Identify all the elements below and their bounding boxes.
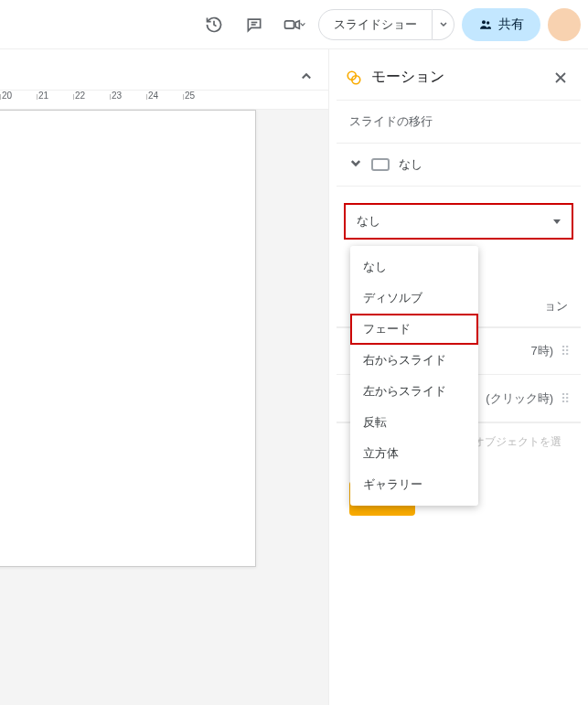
ruler-tick: 24 — [146, 91, 183, 109]
canvas-area: 20 21 22 23 24 25 — [0, 49, 329, 705]
main-area: 20 21 22 23 24 25 モーション スライドの移行 なし — [0, 49, 588, 705]
dropdown-item[interactable]: 左からスライド — [350, 376, 478, 407]
slideshow-dropdown-button[interactable] — [433, 9, 454, 40]
history-icon[interactable] — [198, 8, 230, 41]
dropdown-item[interactable]: 立方体 — [350, 438, 478, 469]
chevron-down-icon — [349, 157, 362, 173]
comment-icon[interactable] — [238, 8, 271, 41]
avatar[interactable] — [548, 8, 581, 41]
share-button[interactable]: 共有 — [462, 8, 540, 41]
motion-icon — [346, 69, 362, 86]
slide-icon — [371, 158, 390, 171]
dropdown-item[interactable]: 反転 — [350, 407, 478, 438]
current-transition-label: なし — [399, 156, 422, 173]
ruler-tick: 22 — [73, 91, 110, 109]
share-label: 共有 — [498, 16, 524, 33]
dropdown-item[interactable]: 右からスライド — [350, 345, 478, 376]
current-transition-row[interactable]: なし — [337, 143, 581, 187]
transition-section-label: スライドの移行 — [337, 100, 581, 143]
svg-point-5 — [486, 21, 489, 24]
ruler-tick: 21 — [37, 91, 73, 109]
panel-title: モーション — [371, 68, 542, 87]
transition-dropdown: なし ディソルブ フェード 右からスライド 左からスライド 反転 立方体 ギャラ… — [350, 246, 478, 506]
motion-panel: モーション スライドの移行 なし 1 なし 2 ョン 7時) ⠿ — [329, 49, 588, 705]
drag-grip-icon[interactable]: ⠿ — [561, 391, 568, 406]
dropdown-item[interactable]: ディソルブ — [350, 283, 478, 314]
dropdown-item[interactable]: なし — [350, 251, 478, 283]
ruler-tick: 23 — [110, 91, 146, 109]
animation-row-text: ョン — [544, 298, 568, 315]
dropdown-item[interactable]: ギャラリー — [350, 469, 478, 500]
video-icon[interactable] — [278, 8, 311, 41]
slideshow-button[interactable]: スライドショー — [318, 9, 433, 40]
transition-select[interactable]: なし — [344, 203, 573, 240]
ruler-tick: 20 — [0, 91, 37, 109]
horizontal-ruler: 20 21 22 23 24 25 — [0, 90, 328, 110]
dropdown-item[interactable]: フェード — [350, 314, 478, 345]
dropdown-caret-icon — [553, 219, 561, 224]
people-icon — [478, 17, 493, 32]
top-toolbar: スライドショー 共有 — [0, 0, 588, 49]
slide-canvas[interactable] — [0, 110, 256, 567]
slideshow-split-button: スライドショー — [318, 9, 454, 40]
drag-grip-icon[interactable]: ⠿ — [561, 344, 568, 358]
slideshow-label: スライドショー — [334, 16, 417, 33]
svg-point-4 — [482, 20, 486, 24]
collapse-panel-button[interactable] — [295, 66, 317, 88]
panel-header: モーション — [337, 60, 581, 100]
animation-row-text: (クリック時) — [486, 390, 553, 407]
transition-select-value: なし — [357, 213, 380, 230]
close-icon[interactable] — [551, 69, 570, 87]
svg-rect-2 — [285, 20, 294, 27]
ruler-tick: 25 — [183, 91, 219, 109]
animation-row-text: 7時) — [530, 343, 553, 359]
